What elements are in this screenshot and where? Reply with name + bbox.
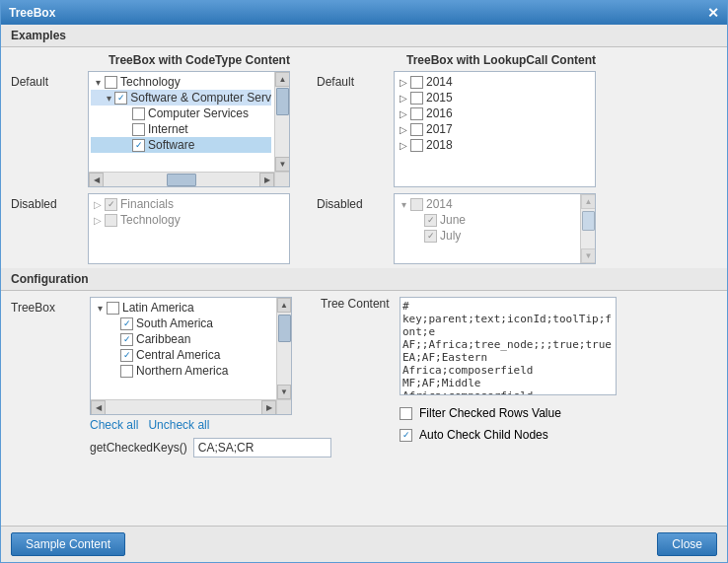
filter-checked-label: Filter Checked Rows Value [419,406,561,420]
expand-icon[interactable]: ▷ [397,124,410,135]
tree-content-area: # key;parent;text;iconId;toolTip;font;e … [400,297,717,442]
list-item[interactable]: ▷ 2015 [397,90,577,106]
disabled-tree-right: ▾ 2014 ✓ June ✓ [394,193,620,264]
get-checked-keys-input[interactable] [193,438,331,457]
vertical-scrollbar[interactable]: ▲ ▼ [274,72,289,172]
checkbox[interactable] [132,107,145,120]
scroll-right-button[interactable]: ▶ [259,173,274,187]
list-item[interactable]: ▷ 2016 [397,106,577,121]
checkbox: ✓ [424,214,437,227]
expand-icon[interactable]: ▷ [397,77,410,88]
scroll-left-button[interactable]: ◀ [89,173,104,187]
checkbox[interactable] [120,365,133,378]
checkbox[interactable] [410,92,423,105]
checkbox [105,214,117,227]
checkbox: ✓ [424,230,437,243]
checkbox[interactable]: ✓ [120,317,133,330]
configuration-section: TreeBox ▾ Latin America ✓ [1,291,727,526]
scroll-down-button[interactable]: ▼ [275,157,290,172]
expand-icon[interactable]: ▾ [91,77,105,88]
check-all-link[interactable]: Check all [90,418,138,432]
config-tree-wrap: ▾ Latin America ✓ South America [90,297,317,457]
filter-checked-option: Filter Checked Rows Value [400,406,717,420]
expand-icon[interactable]: ▾ [93,303,107,314]
expand-icon[interactable]: ▷ [397,93,410,104]
checkbox: ✓ [105,198,117,211]
disabled-label-right: Disabled [317,193,392,211]
default-tree-left: ▾ Technology ▾ ✓ Software & Computer Ser… [88,71,315,187]
list-item: ▷ ✓ Financials [91,196,287,212]
tree-content-textarea[interactable]: # key;parent;text;iconId;toolTip;font;e … [400,297,617,395]
list-item[interactable]: ▾ Latin America [93,300,273,316]
expand-icon: ▾ [397,199,410,210]
list-item[interactable]: ✓ Central America [93,347,273,363]
list-item: ✓ June [397,212,577,228]
list-item[interactable]: ▾ ✓ Software & Computer Serv [91,90,271,106]
treebox-dialog: TreeBox ✕ Examples TreeBox with CodeType… [0,0,728,563]
checkbox[interactable] [132,123,145,136]
expand-icon: ▷ [91,215,105,226]
checkbox[interactable]: ✓ [114,92,127,105]
list-item: ✓ July [397,228,577,244]
list-item[interactable]: ▷ 2017 [397,121,577,137]
checkbox[interactable]: ✓ [120,333,133,346]
examples-header: Examples [1,25,727,47]
checkbox[interactable]: ✓ [120,349,133,362]
default-label-left: Default [11,71,86,89]
checkbox[interactable] [410,123,423,136]
treebox-config-label: TreeBox [11,297,86,315]
expand-icon[interactable]: ▷ [397,108,410,119]
list-item[interactable]: ✓ Software [91,137,271,153]
sample-content-button[interactable]: Sample Content [11,532,125,556]
list-item: ▾ 2014 [397,196,577,212]
list-item[interactable]: ✓ Caribbean [93,331,273,347]
scroll-thumb[interactable] [278,315,291,342]
checkbox[interactable] [410,76,423,89]
default-label-right: Default [317,71,392,89]
auto-check-option: ✓ Auto Check Child Nodes [400,428,717,442]
dialog-title: TreeBox [9,6,55,20]
left-col-header: TreeBox with CodeType Content [86,53,313,67]
auto-check-checkbox[interactable]: ✓ [400,429,412,442]
scroll-thumb[interactable] [276,88,289,115]
uncheck-all-link[interactable]: Uncheck all [148,418,209,432]
close-button[interactable]: Close [657,532,717,556]
list-item[interactable]: Northern America [93,363,273,379]
expand-icon[interactable]: ▷ [397,140,410,151]
checkbox [410,198,423,211]
scroll-up-button[interactable]: ▲ [277,298,291,313]
list-item[interactable]: Computer Services [91,106,271,121]
list-item[interactable]: ▷ 2014 [397,74,577,90]
scroll-left-button[interactable]: ◀ [91,400,106,415]
right-col-header: TreeBox with LookupCall Content [388,53,615,67]
checkbox[interactable] [410,139,423,152]
scroll-right-button[interactable]: ▶ [261,400,276,415]
filter-checked-checkbox[interactable] [400,407,412,420]
disabled-tree-left: ▷ ✓ Financials ▷ Technology [88,193,315,264]
list-item[interactable]: ▷ 2018 [397,137,577,153]
expand-icon: ▷ [91,199,105,210]
title-bar: TreeBox ✕ [1,1,727,25]
tree-content-label: Tree Content [321,297,396,311]
check-links: Check all Uncheck all [90,418,317,432]
list-item[interactable]: Internet [91,121,271,137]
list-item: ▷ Technology [91,212,287,228]
get-checked-keys-row: getCheckedKeys() [90,438,317,457]
scroll-up-button[interactable]: ▲ [275,72,290,87]
checkbox[interactable]: ✓ [132,139,145,152]
checkbox[interactable] [107,302,119,315]
get-checked-keys-label: getCheckedKeys() [90,441,187,455]
scroll-down-button[interactable]: ▼ [277,385,291,399]
default-tree-right: ▷ 2014 ▷ 2015 ▷ 2016 [394,71,620,187]
expand-icon[interactable]: ▾ [103,93,114,104]
auto-check-label: Auto Check Child Nodes [419,428,548,442]
checkbox[interactable] [410,107,423,120]
disabled-label-left: Disabled [11,193,86,211]
scroll-track [275,87,289,157]
close-icon[interactable]: ✕ [707,5,719,21]
configuration-header: Configuration [1,268,727,291]
list-item[interactable]: ✓ South America [93,316,273,331]
bottom-bar: Sample Content Close [1,526,727,562]
checkbox[interactable] [105,76,117,89]
list-item[interactable]: ▾ Technology [91,74,271,90]
